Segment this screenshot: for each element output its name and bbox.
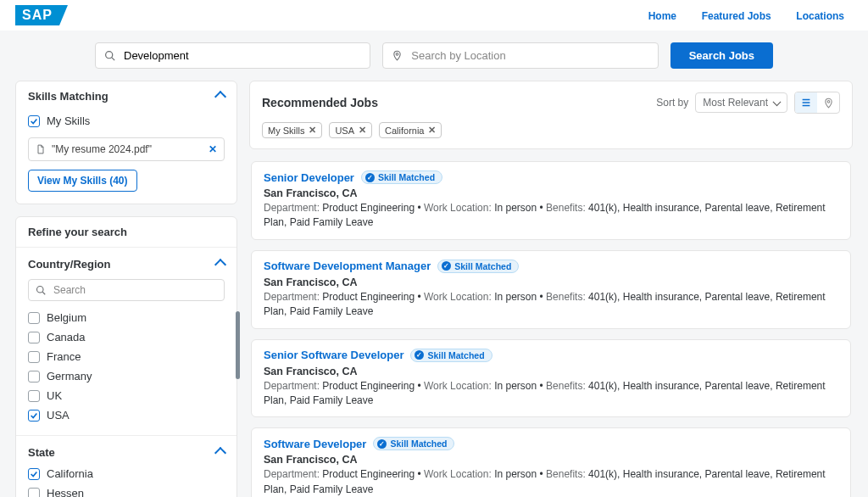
skill-matched-label: Skill Matched <box>390 438 447 449</box>
remove-chip-button[interactable]: ✕ <box>428 125 436 136</box>
view-toggle <box>794 92 840 114</box>
country-filter-search[interactable]: Search <box>28 279 225 301</box>
nav-home[interactable]: Home <box>648 10 676 22</box>
my-skills-checkbox-row[interactable]: My Skills <box>28 111 225 131</box>
job-location: San Francisco, CA <box>264 276 838 288</box>
checkbox-checked-icon <box>28 468 40 480</box>
resume-file-chip[interactable]: "My resume 2024.pdf" ✕ <box>28 137 225 161</box>
brand-logo[interactable]: SAP <box>15 5 59 25</box>
filter-option[interactable]: USA <box>28 405 225 425</box>
filter-chip-label: California <box>385 126 424 136</box>
job-location: San Francisco, CA <box>264 454 838 466</box>
skills-matching-panel: Skills Matching My Skills <box>15 81 237 204</box>
state-options: CaliforniaHessenIllinois <box>16 464 236 497</box>
filter-option[interactable]: UK <box>28 386 225 405</box>
filter-option-label: Belgium <box>47 311 86 324</box>
results-header-card: Recommended Jobs Sort by Most Relevant <box>249 81 853 149</box>
job-card[interactable]: Senior Software Developer✓Skill MatchedS… <box>251 339 851 418</box>
job-title-link[interactable]: Senior Developer <box>264 171 354 184</box>
filter-chip[interactable]: California✕ <box>379 122 442 138</box>
skills-matching-title: Skills Matching <box>28 90 108 103</box>
check-circle-icon: ✓ <box>377 439 387 449</box>
skills-matching-header[interactable]: Skills Matching <box>16 81 236 111</box>
country-options: BelgiumCanadaFranceGermanyUKUSA <box>16 308 236 435</box>
job-title-link[interactable]: Software Developer <box>264 438 366 450</box>
keyword-input[interactable] <box>122 48 361 63</box>
skill-matched-badge: ✓Skill Matched <box>373 437 454 450</box>
search-icon <box>104 50 115 61</box>
location-pin-icon <box>392 50 403 61</box>
checkbox-unchecked-icon <box>28 488 40 498</box>
list-view-button[interactable] <box>795 92 817 113</box>
filter-option[interactable]: France <box>28 347 225 366</box>
job-meta: Department: Product Engineering • Work L… <box>264 379 838 409</box>
filter-chip[interactable]: USA✕ <box>329 122 372 138</box>
remove-resume-button[interactable]: ✕ <box>209 143 217 155</box>
remove-chip-button[interactable]: ✕ <box>359 125 366 136</box>
skill-matched-label: Skill Matched <box>454 261 511 271</box>
search-bar: Search Jobs <box>95 31 773 81</box>
svg-point-8 <box>827 100 830 103</box>
country-filter-title: Country/Region <box>28 258 111 271</box>
checkbox-unchecked-icon <box>28 351 40 363</box>
filter-option-label: Canada <box>47 331 86 343</box>
filter-chip-label: USA <box>335 126 354 136</box>
location-search[interactable] <box>382 42 658 69</box>
chevron-up-icon <box>214 258 226 270</box>
job-title-link[interactable]: Software Development Manager <box>264 260 431 272</box>
active-filter-chips: My Skills✕USA✕California✕ <box>262 122 840 138</box>
nav-featured-jobs[interactable]: Featured Jobs <box>702 10 771 22</box>
job-title-link[interactable]: Senior Software Developer <box>264 349 403 361</box>
job-location: San Francisco, CA <box>264 187 838 199</box>
resume-file-name: "My resume 2024.pdf" <box>52 143 152 155</box>
nav-locations[interactable]: Locations <box>796 10 844 22</box>
filter-option[interactable]: California <box>28 464 225 483</box>
skill-matched-badge: ✓Skill Matched <box>410 349 492 362</box>
svg-point-0 <box>106 52 113 59</box>
state-filter-title: State <box>28 446 55 459</box>
results-title: Recommended Jobs <box>262 96 378 109</box>
job-card[interactable]: Senior Developer✓Skill MatchedSan Franci… <box>251 161 851 240</box>
view-my-skills-button[interactable]: View My Skills (40) <box>28 170 137 192</box>
refine-search-panel: Refine your search Country/Region Search… <box>15 216 237 497</box>
sort-select[interactable]: Most Relevant <box>695 92 787 113</box>
svg-point-2 <box>397 53 399 56</box>
map-view-button[interactable] <box>817 92 839 113</box>
filter-option-label: California <box>47 467 93 480</box>
checkbox-unchecked-icon <box>28 390 40 402</box>
job-card[interactable]: Software Developer✓Skill MatchedSan Fran… <box>251 427 851 497</box>
checkbox-checked-icon <box>28 410 40 422</box>
remove-chip-button[interactable]: ✕ <box>309 125 316 136</box>
filter-option-label: Hessen <box>47 487 84 497</box>
checkbox-unchecked-icon <box>28 332 40 343</box>
keyword-search[interactable] <box>95 42 370 69</box>
job-meta: Department: Product Engineering • Work L… <box>264 467 838 497</box>
filter-option[interactable]: Canada <box>28 327 225 347</box>
checkbox-unchecked-icon <box>28 371 40 383</box>
skill-matched-label: Skill Matched <box>427 350 484 360</box>
search-jobs-button[interactable]: Search Jobs <box>670 42 773 69</box>
filter-chip[interactable]: My Skills✕ <box>262 122 322 138</box>
country-search-placeholder: Search <box>53 284 86 296</box>
svg-line-1 <box>112 58 114 60</box>
check-circle-icon: ✓ <box>365 173 375 182</box>
state-filter-header[interactable]: State <box>16 436 236 464</box>
filter-option-label: France <box>47 350 81 363</box>
scrollbar-thumb[interactable] <box>236 311 240 379</box>
job-location: San Francisco, CA <box>264 366 838 377</box>
skill-matched-badge: ✓Skill Matched <box>437 260 519 273</box>
main-content: Recommended Jobs Sort by Most Relevant <box>249 81 853 497</box>
filter-option[interactable]: Germany <box>28 366 225 386</box>
country-filter-header[interactable]: Country/Region <box>16 248 236 276</box>
filter-option[interactable]: Hessen <box>28 483 225 497</box>
filter-option[interactable]: Belgium <box>28 308 225 327</box>
top-nav: Home Featured Jobs Locations <box>626 9 844 22</box>
refine-title: Refine your search <box>28 226 127 238</box>
job-meta: Department: Product Engineering • Work L… <box>264 290 838 320</box>
location-input[interactable] <box>409 48 648 63</box>
search-icon <box>36 285 47 296</box>
job-card[interactable]: Software Development Manager✓Skill Match… <box>251 250 851 329</box>
topbar: SAP Home Featured Jobs Locations <box>0 0 868 31</box>
svg-line-4 <box>42 292 45 294</box>
check-circle-icon: ✓ <box>415 350 424 360</box>
